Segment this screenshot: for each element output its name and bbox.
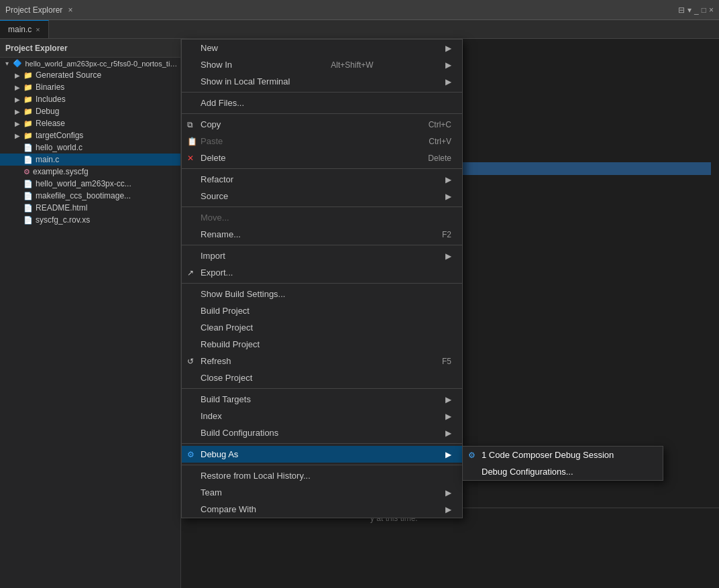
index-label: Index <box>201 411 222 421</box>
arrow-icon: ▶ <box>445 505 451 514</box>
sidebar-item-debug[interactable]: ▶ 📁 Debug <box>0 105 180 117</box>
menu-item-refresh[interactable]: ↺ Refresh F5 <box>182 353 462 369</box>
paste-icon: 📋 <box>187 137 197 146</box>
arrow-icon: ▶ <box>445 251 451 261</box>
menu-item-clean-project[interactable]: Clean Project <box>182 319 462 336</box>
menu-item-new[interactable]: New ▶ <box>182 40 462 56</box>
separator <box>182 92 462 93</box>
window-close-icon[interactable]: × <box>709 5 714 15</box>
source-label: Source <box>201 191 228 201</box>
submenu-item-debug-configurations[interactable]: Debug Configurations... <box>463 463 663 480</box>
sidebar-item-main-c[interactable]: 📄 main.c <box>0 154 180 166</box>
chevron-down-icon: ▾ <box>5 60 11 67</box>
build-targets-label: Build Targets <box>201 394 251 404</box>
compare-with-label: Compare With <box>201 504 256 514</box>
separator <box>182 465 462 465</box>
separator <box>182 168 462 169</box>
folder-icon: 📁 <box>23 95 33 104</box>
sidebar-item-generated-source[interactable]: ▶ 📁 Generated Source <box>0 69 180 81</box>
separator <box>182 207 462 207</box>
menu-item-refactor[interactable]: Refactor ▶ <box>182 171 462 188</box>
build-configurations-label: Build Configurations <box>201 428 278 438</box>
minimize-icon[interactable]: _ <box>694 5 699 15</box>
sidebar-item-targetconfigs[interactable]: ▶ 📁 targetConfigs <box>0 129 180 141</box>
title-bar-icons: ⊟ ▾ _ □ × <box>678 5 714 15</box>
menu-item-source[interactable]: Source ▶ <box>182 188 462 204</box>
tab-close-icon[interactable]: × <box>36 25 40 34</box>
folder-icon: 📁 <box>23 71 33 80</box>
menu-item-import[interactable]: Import ▶ <box>182 247 462 264</box>
sidebar-item-readme[interactable]: 📄 README.html <box>0 202 180 214</box>
chevron-right-icon: ▶ <box>15 132 21 139</box>
separator <box>182 443 462 444</box>
menu-item-add-files[interactable]: Add Files... <box>182 95 462 111</box>
separator <box>182 245 462 245</box>
sidebar-item-release[interactable]: ▶ 📁 Release <box>0 117 180 129</box>
import-label: Import <box>201 251 225 261</box>
sidebar-item-makefile[interactable]: 📄 makefile_ccs_bootimage... <box>0 190 180 202</box>
menu-item-rebuild-project[interactable]: Rebuild Project <box>182 336 462 353</box>
menu-item-build-project[interactable]: Build Project <box>182 302 462 319</box>
folder-icon: 📁 <box>23 131 33 140</box>
menu-item-delete[interactable]: ✕ Delete Delete <box>182 150 462 166</box>
sidebar-item-example-syscfg[interactable]: ⚙ example.syscfg <box>0 166 180 178</box>
menu-item-move[interactable]: Move... <box>182 209 462 226</box>
copy-icon: ⧉ <box>187 120 193 129</box>
menu-item-paste[interactable]: 📋 Paste Ctrl+V <box>182 133 462 150</box>
menu-item-close-project[interactable]: Close Project <box>182 369 462 386</box>
menu-item-show-in[interactable]: Show In Alt+Shift+W ▶ <box>182 56 462 73</box>
sidebar-item-hello-world-c[interactable]: 📄 hello_world.c <box>0 141 180 154</box>
sidebar-item-syscfg-rov[interactable]: 📄 syscfg_c.rov.xs <box>0 214 180 226</box>
syscfg-icon: ⚙ <box>23 168 30 176</box>
debug-as-submenu: ⚙ 1 Code Composer Debug Session Debug Co… <box>462 446 663 481</box>
menu-icon[interactable]: ▾ <box>687 5 692 15</box>
project-root[interactable]: ▾ 🔷 hello_world_am263px-cc_r5fss0-0_nort… <box>0 58 180 69</box>
separator <box>182 388 462 389</box>
title-close-icon[interactable]: × <box>68 5 72 15</box>
sidebar-header: Project Explorer <box>0 39 180 58</box>
menu-item-restore-local-history[interactable]: Restore from Local History... <box>182 467 462 484</box>
debug-session-icon: ⚙ <box>468 451 476 460</box>
file-icon: 📄 <box>23 143 33 152</box>
file-icon: 📄 <box>23 180 33 188</box>
folder-icon: 📁 <box>23 83 33 92</box>
sidebar-item-binaries[interactable]: ▶ 📁 Binaries <box>0 81 180 93</box>
menu-item-show-local-terminal[interactable]: Show in Local Terminal ▶ <box>182 73 462 90</box>
menu-item-build-targets[interactable]: Build Targets ▶ <box>182 391 462 408</box>
close-project-label: Close Project <box>201 373 252 383</box>
tab-bar: main.c × <box>0 20 719 39</box>
folder-icon: 📁 <box>23 107 33 116</box>
sidebar-item-hello-world-cfg[interactable]: 📄 hello_world_am263px-cc... <box>0 178 180 190</box>
menu-item-compare-with[interactable]: Compare With ▶ <box>182 501 462 518</box>
menu-item-build-configurations[interactable]: Build Configurations ▶ <box>182 424 462 441</box>
maximize-icon[interactable]: □ <box>702 5 706 15</box>
bottom-panel: y at this time. <box>362 508 719 588</box>
project-explorer-title: Project Explorer <box>5 5 62 15</box>
refresh-icon: ↺ <box>187 357 194 366</box>
arrow-icon: ▶ <box>445 175 451 184</box>
separator <box>182 113 462 114</box>
menu-item-debug-as[interactable]: ⚙ Debug As ▶ ⚙ 1 Code Composer Debug Ses… <box>182 446 462 463</box>
clean-project-label: Clean Project <box>201 322 253 333</box>
submenu-item-debug-session[interactable]: ⚙ 1 Code Composer Debug Session <box>463 447 663 463</box>
separator <box>182 283 462 284</box>
menu-item-show-build-settings[interactable]: Show Build Settings... <box>182 286 462 302</box>
project-icon: 🔷 <box>13 59 22 68</box>
sidebar-item-includes[interactable]: ▶ 📁 Includes <box>0 93 180 105</box>
menu-item-export[interactable]: ↗ Export... <box>182 264 462 281</box>
chevron-right-icon: ▶ <box>15 72 21 79</box>
menu-item-index[interactable]: Index ▶ <box>182 408 462 424</box>
show-build-settings-label: Show Build Settings... <box>201 289 285 299</box>
arrow-icon: ▶ <box>445 395 451 404</box>
filter-icon[interactable]: ⊟ <box>678 5 685 15</box>
tab-main-c[interactable]: main.c × <box>0 20 49 38</box>
menu-item-rename[interactable]: Rename... F2 <box>182 226 462 243</box>
title-bar: Project Explorer × ⊟ ▾ _ □ × <box>0 0 719 20</box>
debug-icon: ⚙ <box>187 450 195 459</box>
menu-item-team[interactable]: Team ▶ <box>182 484 462 501</box>
menu-item-copy[interactable]: ⧉ Copy Ctrl+C <box>182 116 462 133</box>
project-name: hello_world_am263px-cc_r5fss0-0_nortos_t… <box>25 60 178 68</box>
arrow-icon: ▶ <box>445 60 451 70</box>
sidebar-title: Project Explorer <box>5 44 175 53</box>
arrow-icon: ▶ <box>445 428 451 438</box>
